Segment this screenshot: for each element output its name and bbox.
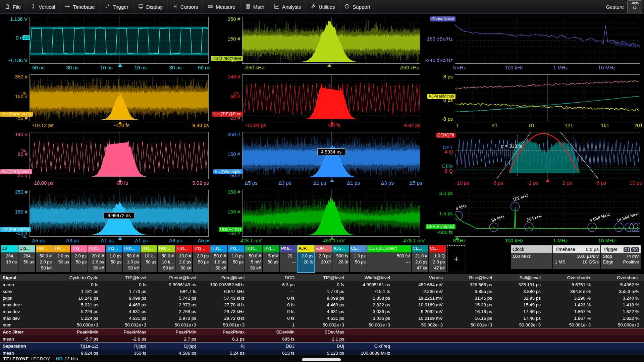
trace-badge-hist-cycle-to-cycle[interactable]: Hist(Cycle to Cy <box>0 112 33 117</box>
table-row: mean-5.7 ps-2.6 ps2.7 ps6.1 ps685 fs2.1 … <box>0 336 644 342</box>
column-header: Vcross <box>391 275 443 280</box>
descriptor-box-1[interactable]: Clo...284...50 µs <box>18 245 35 272</box>
descriptor-box-6[interactable]: Trk(...1.0 ps50 µs <box>106 245 122 272</box>
timebase-samplerate: 10 GS/s <box>582 259 599 265</box>
drawer-handle[interactable] <box>302 358 341 361</box>
descriptor-values: 50.0 #5 mV50 k# <box>245 252 262 272</box>
y-axis-label: 1.136 V <box>10 16 28 22</box>
descriptor-value-line: 500 fs <box>332 253 348 259</box>
menu-item-cursors[interactable]: Cursors <box>168 0 203 13</box>
waveform-canvas-hist-tie-at-level[interactable] <box>30 132 209 179</box>
waveform-canvas-hist-tie-at-freq[interactable] <box>242 74 420 121</box>
descriptor-box-9[interactable]: Hist...50.0 #10 k...50 k# <box>158 245 175 272</box>
menu-item-display[interactable]: Display <box>133 0 168 13</box>
x-axis-label: Δ1 ps <box>135 238 148 243</box>
table-row: max dev5.224 ps4.631 ps2.973 ps29.73 kHz… <box>0 315 644 321</box>
trace-badge-hist-width-at-level[interactable]: Hist(Width@le <box>213 169 243 174</box>
menu-item-label: Timebase <box>73 4 95 10</box>
descriptor-box-5[interactable]: Hist...20.0 #2.0 ps50 k# <box>88 245 105 272</box>
table-cell: 6.847 kHz <box>197 289 245 294</box>
descriptor-values: 284...50 µs <box>18 252 35 272</box>
descriptor-box-19[interactable]: AJS...500 fs20.0/ <box>332 245 349 272</box>
descriptor-box-8[interactable]: Trk(...10 k...50 µs <box>141 245 157 272</box>
waveform-canvas-aj-peak-minus-trend[interactable] <box>455 74 640 121</box>
descriptor-box-3[interactable]: Trk(...2.0 ps50 µs <box>53 245 70 272</box>
vertical-icon <box>31 4 36 9</box>
descriptor-box-12[interactable]: Hist...50.0 #1.0 ps50 k# <box>210 245 227 272</box>
waveform-canvas-hist-width-at-level[interactable] <box>242 132 420 179</box>
descriptor-box-4[interactable]: Trk(...2.0 ps50 µs <box>71 245 88 272</box>
table-cell: -4.631 ps <box>99 309 147 314</box>
descriptor-box-17[interactable]: AJP...2.0 ps20.0/ <box>298 245 314 272</box>
gesture-label[interactable]: Gesture <box>606 4 624 10</box>
timebase-summary-box[interactable]: Timebase 0.0 µs 10.0 µs/div 1 MS10 GS/s <box>553 245 600 269</box>
x-axis-label: -80 fs <box>115 180 128 186</box>
menu-item-measure[interactable]: Measure <box>203 0 240 13</box>
timebase-title: Timebase <box>555 247 575 252</box>
x-axis-label: 9.88 ps <box>192 122 209 128</box>
scope-cell-hist-period-at-level: 350 #150 #-50 #Trk.Hist(Period@le9.99972… <box>0 187 209 245</box>
descriptor-box-22[interactable]: CE...21.0 #2.0 ps47 k# <box>412 245 428 272</box>
descriptor-box-21[interactable]: CERjBUjSpect500 fs/--- <box>367 245 411 272</box>
descriptor-box-15[interactable]: Trk(...5 mV50 µs <box>263 245 279 272</box>
descriptor-value-line: 50 k# <box>36 265 52 271</box>
table-cell: -4.631 ps <box>295 309 345 314</box>
trace-badge-hist-tie-at-level[interactable]: Hist(TIE@level) <box>0 169 32 174</box>
descriptor-box-20[interactable]: CE...1.3 ps50 µs <box>350 245 367 272</box>
waveform-canvas-cenq-fit-plot[interactable] <box>455 132 640 179</box>
trace-badge-cer-bu-spectrum[interactable]: CERjBUjSpect <box>426 224 455 229</box>
add-trace-button[interactable]: + <box>447 245 465 272</box>
y-axis-label: 350 # <box>15 74 28 79</box>
waveform-canvas-hist-vcross[interactable] <box>242 190 420 237</box>
waveform-canvas-cer-bu-spectrum[interactable] <box>455 190 640 237</box>
descriptor-box-14[interactable]: Hist...50.0 #5 mV50 k# <box>245 245 262 272</box>
waveform-canvas-hist-cycle-to-cycle[interactable] <box>30 74 209 121</box>
trace-badge-hist-tie-at-freq[interactable]: Hist(TIE@Freq <box>212 112 243 117</box>
descriptor-box-7[interactable]: Hist...50.0 #1.0 ps50 k# <box>123 245 140 272</box>
trace-badge-phase-noise-plot[interactable]: PhaseNoise <box>430 16 455 21</box>
menu-item-trigger[interactable]: Trigger <box>100 0 133 13</box>
descriptor-value-line: 10 k... <box>158 259 174 265</box>
trace-badge-c1-zoom-waveform[interactable]: Z3 <box>22 35 30 40</box>
trigger-summary-box[interactable]: Trigger C1DC Stop74 mV EdgePositive <box>601 245 641 269</box>
trace-badge-hist-freq-at-level[interactable]: Hist(Freq@leve <box>211 56 243 61</box>
menu-item-vertical[interactable]: Vertical <box>26 0 60 13</box>
descriptor-box-11[interactable]: Trk(...2.0 ps50 µs <box>193 245 210 272</box>
undo-button[interactable]: Undo <box>627 0 642 13</box>
menu-item-file[interactable]: File <box>0 0 26 13</box>
menu-item-analysis[interactable]: Analysis <box>269 0 306 13</box>
trace-badge-aj-peak-minus-trend[interactable]: AJPeakMinus <box>427 94 455 99</box>
descriptor-box-2[interactable]: Hist...50.0 #2.0 ps50 k# <box>36 245 53 272</box>
descriptor-box-13[interactable]: Trk(...1.0 ps50 µs <box>228 245 245 272</box>
descriptor-box-10[interactable]: Hist...20.0 #2.0 ps50 k# <box>175 245 192 272</box>
y-axis-label: 150 # <box>15 209 28 215</box>
descriptor-title: Z3 <box>1 245 18 252</box>
section-title: Acc Jitter <box>0 329 54 335</box>
menu-item-timebase[interactable]: Timebase <box>60 0 100 13</box>
timebase-icon <box>65 4 70 9</box>
x-axis-label: Δ1 ps <box>101 238 114 243</box>
trace-badge-cenq-fit-plot[interactable]: CENQFit <box>436 133 455 138</box>
descriptor-box-16[interactable]: Pha...20...--- <box>280 245 297 272</box>
waveform-canvas-phase-noise-plot[interactable] <box>455 17 640 64</box>
descriptor-box-23[interactable]: CE...1.0 Q2.0 ps47 k# <box>429 245 446 272</box>
descriptor-value-line: 2.0 ps <box>412 259 427 265</box>
waveform-canvas-c1-zoom-waveform[interactable] <box>30 17 209 64</box>
table-cell: 10.0169 mV <box>391 316 443 321</box>
descriptor-value-line: 50 µs <box>106 259 121 265</box>
menu-item-utilities[interactable]: Utilities <box>306 0 340 13</box>
x-axis-label: 10 ns <box>135 65 147 70</box>
descriptor-box-0[interactable]: Z3284...10 ns <box>1 245 18 272</box>
trace-badge-hist-period-at-level[interactable]: Hist(Period@le <box>0 227 31 232</box>
waveform-canvas-hist-freq-at-level[interactable] <box>242 17 420 64</box>
scope-cell-cenq-fit-plot: CET-4 QCER-8 QCENQFitσ = 313 fs-10 ps-6 … <box>421 129 644 187</box>
trace-badge-hist-vcross[interactable]: Hist(Vcross <box>219 227 243 232</box>
value-annotation: 4.9934 ns <box>317 148 345 155</box>
clock-summary-box[interactable]: Clock 100 MHz <box>511 245 552 269</box>
menu-item-support[interactable]: Support <box>340 0 375 13</box>
column-header: Freq@level <box>197 275 245 280</box>
descriptor-box-18[interactable]: AJP...2.0 ps20.0/ <box>315 245 332 272</box>
table-cell: 715.1 fs <box>345 289 391 294</box>
menu-item-math[interactable]: Math <box>240 0 269 13</box>
x-axis-label: 9.92 ps <box>192 180 209 186</box>
